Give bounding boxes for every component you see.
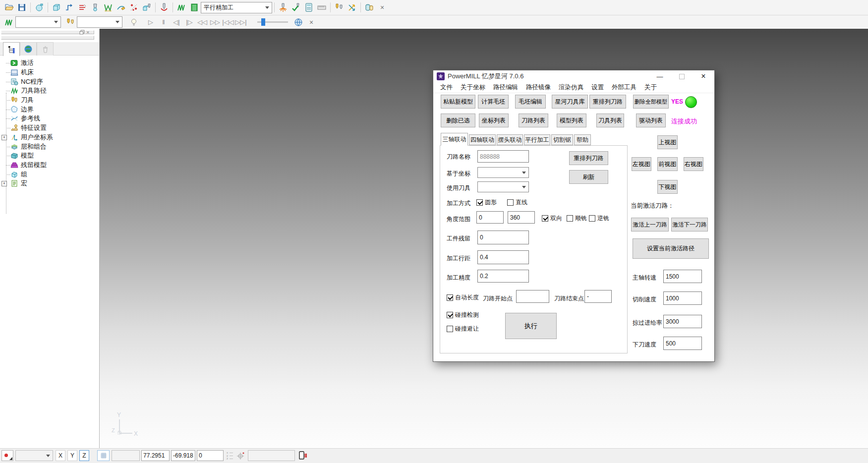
step-back-icon[interactable]: ◁|	[170, 16, 183, 28]
swap-axes-icon[interactable]	[346, 1, 358, 13]
line-checkbox[interactable]	[507, 199, 514, 206]
tree-item-workplanes[interactable]: +用户坐标系	[0, 133, 99, 142]
axis-x-button[interactable]: X	[56, 450, 65, 461]
surface-wizard-icon[interactable]	[102, 1, 115, 13]
tab-cutting-saw[interactable]: 切割锯	[551, 134, 573, 145]
paste-new-model-button[interactable]: 粘贴新模型	[441, 95, 475, 109]
stock-cylinder-icon[interactable]	[363, 1, 376, 13]
menu-file[interactable]: 文件	[436, 83, 457, 92]
menu-path-mirror[interactable]: 路径镜像	[522, 83, 555, 92]
top-view-button[interactable]: 上视图	[657, 135, 678, 149]
create-block-icon[interactable]	[50, 1, 63, 13]
execute-button[interactable]: 执行	[505, 313, 557, 339]
delete-all-models-button[interactable]: 删除全部模型	[633, 95, 669, 109]
close-toolbar-icon[interactable]: ×	[376, 1, 389, 13]
refresh-button[interactable]: 刷新	[569, 170, 608, 184]
stepover-input[interactable]: 0.4	[477, 250, 529, 264]
create-points-icon[interactable]	[127, 1, 140, 13]
menu-external-tools[interactable]: 外部工具	[608, 83, 640, 92]
activate-prev-toolpath-button[interactable]: 激活上一刀路	[631, 218, 669, 232]
reorder-toolpaths-button-2[interactable]: 重排列刀路	[569, 151, 608, 165]
calculator-icon[interactable]	[302, 1, 315, 13]
set-active-path-button[interactable]: 设置当前激活路径	[633, 238, 709, 259]
bidirectional-checkbox[interactable]	[542, 215, 548, 222]
speed-slider[interactable]	[257, 21, 288, 23]
drive-list-button[interactable]: 驱动列表	[636, 114, 666, 127]
tab-3axis[interactable]: 三轴联动	[441, 133, 468, 146]
axis-z-button[interactable]: Z	[79, 450, 89, 461]
probe-position-icon[interactable]	[236, 451, 245, 462]
reorder-toolpaths-button[interactable]: 重排列刀路	[589, 95, 626, 109]
toolpath-select-dropdown[interactable]	[15, 16, 61, 28]
coord-x-field[interactable]: 77.2951	[141, 450, 170, 461]
tree-item-boundaries[interactable]: 边界	[0, 105, 99, 114]
grid-snap-button[interactable]	[97, 450, 110, 461]
collision-check-checkbox[interactable]	[447, 312, 453, 318]
fast-forward-icon[interactable]: ▷▷	[209, 16, 222, 28]
measure-ruler-icon[interactable]	[315, 1, 328, 13]
expand-icon[interactable]: +	[1, 181, 7, 186]
pick-mode-dropdown[interactable]	[15, 450, 53, 461]
tool-pair-icon[interactable]	[333, 1, 346, 13]
tree-item-macros[interactable]: +宏	[0, 179, 99, 188]
pane-close-icon[interactable]: ×	[86, 29, 89, 35]
tool-block-icon[interactable]	[140, 1, 153, 13]
toolpath-icon[interactable]	[2, 16, 15, 28]
auto-length-checkbox[interactable]	[447, 294, 453, 301]
front-view-button[interactable]: 前视图	[657, 157, 678, 171]
go-start-icon[interactable]: |◁◁	[222, 16, 234, 28]
rewind-icon[interactable]: ◁◁	[196, 16, 209, 28]
tree-item-feature-sets[interactable]: 特征设置	[0, 123, 99, 133]
right-view-button[interactable]: 右视图	[684, 157, 703, 171]
simulation-clock-icon[interactable]	[292, 16, 305, 28]
minimize-button[interactable]: —	[649, 70, 671, 82]
edit-block-button[interactable]: 毛坯编辑	[515, 95, 546, 109]
toolpath-verify-icon[interactable]	[289, 1, 302, 13]
collision-avoid-checkbox[interactable]	[447, 326, 453, 332]
close-toolbar-icon[interactable]: ×	[305, 16, 318, 28]
tree-item-stock-models[interactable]: 残留模型	[0, 161, 99, 170]
tool-list-button[interactable]: 刀具列表	[596, 114, 624, 127]
axis-y-button[interactable]: Y	[67, 450, 77, 461]
toolpath-connections-icon[interactable]	[63, 1, 76, 13]
ball-tool-icon[interactable]	[89, 1, 102, 13]
go-end-icon[interactable]: ▷▷|	[234, 16, 247, 28]
tab-swivel-head[interactable]: 摆头联动	[497, 134, 523, 145]
open-icon[interactable]	[2, 1, 15, 13]
strategy-dropdown[interactable]: 平行精加工	[201, 2, 272, 13]
maximize-button[interactable]	[671, 70, 693, 82]
activate-next-toolpath-button[interactable]: 激活下一刀路	[671, 218, 708, 232]
tab-4axis[interactable]: 四轴联动	[469, 134, 496, 145]
close-button[interactable]: ×	[693, 70, 714, 82]
conventional-mill-checkbox[interactable]	[589, 215, 595, 222]
docking-grip[interactable]	[1, 36, 94, 40]
shaded-view-icon[interactable]	[33, 1, 46, 13]
tree-item-activate[interactable]: 激活	[0, 58, 99, 68]
tolerance-input[interactable]: 0.2	[477, 270, 529, 283]
draft-point-button[interactable]	[1, 450, 13, 461]
tree-item-groups[interactable]: 组	[0, 170, 99, 179]
galaxy-tool-library-button[interactable]: 星河刀具库	[552, 95, 588, 109]
path-start-input[interactable]	[516, 290, 549, 303]
cutting-feed-input[interactable]: 1000	[663, 291, 702, 305]
grid-size-field[interactable]	[112, 450, 140, 461]
tab-help[interactable]: 帮助	[574, 134, 591, 145]
compute-block-button[interactable]: 计算毛坯	[478, 95, 509, 109]
skim-feed-input[interactable]: 3000	[663, 315, 702, 328]
tree-item-toolpaths[interactable]: 刀具路径	[0, 86, 99, 96]
save-icon[interactable]	[15, 1, 28, 13]
tab-trash[interactable]	[37, 42, 54, 56]
drilling-icon[interactable]	[158, 1, 171, 13]
tree-item-machine-tool[interactable]: 机床	[0, 68, 99, 77]
pane-float-icon[interactable]	[79, 30, 85, 35]
pause-icon[interactable]: ‖	[157, 16, 170, 28]
expand-icon[interactable]: +	[1, 135, 7, 140]
menu-settings[interactable]: 设置	[587, 83, 608, 92]
tool-select-dropdown[interactable]	[77, 16, 122, 28]
plunge-feed-input[interactable]: 500	[663, 337, 702, 350]
tree-item-patterns[interactable]: 参考线	[0, 114, 99, 123]
circle-checkbox[interactable]	[476, 199, 483, 206]
tree-item-models[interactable]: 模型	[0, 151, 99, 161]
lightbulb-icon[interactable]	[127, 16, 140, 28]
tree-item-levels-and-sets[interactable]: 层和组合	[0, 142, 99, 151]
